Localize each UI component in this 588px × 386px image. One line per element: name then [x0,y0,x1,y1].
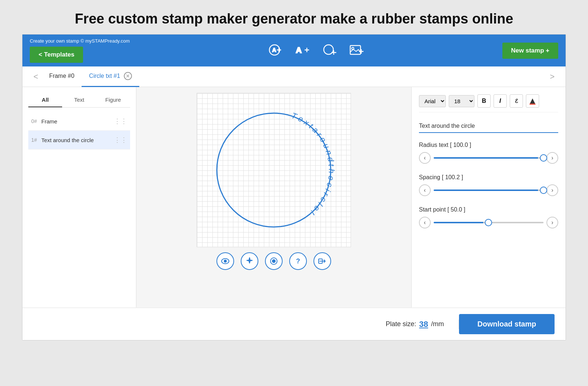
app-container: Create your own stamp © mySTAMPready.com… [22,34,566,340]
add-circle-text-icon[interactable]: A [267,43,283,59]
left-panel: All Text Figure 0# Frame ⋮⋮ 1# Text arou… [22,87,136,307]
tab-frame[interactable]: Frame #0 [42,67,82,86]
radius-slider-row: ‹ › [419,152,558,164]
svg-rect-22 [530,104,535,105]
templates-button[interactable]: < Templates [30,47,83,63]
bold-button[interactable]: B [477,94,491,108]
stamp-svg: T e x t a r o u n d t h e c i r c l e ! [204,100,344,240]
layer-1-name: Text around the circle [42,137,94,143]
radius-slider-group: Radius text [ 100.0 ] ‹ › [419,142,558,164]
add-image-icon[interactable] [349,43,365,59]
startpoint-slider-row: ‹ › [419,217,558,228]
svg-text:T e x t   a r o u n d   t h e : T e x t a r o u n d t h e c i r c l e ! [290,111,336,217]
panel-tab-text[interactable]: Text [62,93,96,107]
bottom-right: Download stamp [459,314,555,334]
page-title: Free custom stamp maker generator make a… [0,0,588,34]
center-panel: T e x t a r o u n d t h e c i r c l e ! [136,87,411,307]
right-panel: Arial 18 B I ℰ Radius text [ [411,87,566,307]
spacing-thumb[interactable] [540,187,547,194]
share-button[interactable] [313,252,331,270]
plate-unit: /mm [431,320,444,328]
radius-thumb[interactable] [540,154,547,162]
startpoint-decrease-button[interactable]: ‹ [419,217,431,228]
svg-point-19 [272,260,275,263]
strikethrough-button[interactable]: ℰ [510,94,523,108]
spacing-increase-button[interactable]: › [546,184,558,196]
spacing-label: Spacing [ 100.2 ] [419,174,558,181]
tab-close-icon[interactable]: ✕ [124,72,132,80]
startpoint-track[interactable] [434,222,544,223]
svg-text:A: A [272,47,276,53]
question-mark: ? [296,257,300,265]
startpoint-slider-group: Start point [ 50.0 ] ‹ › [419,206,558,228]
radius-label: Radius text [ 100.0 ] [419,142,558,148]
startpoint-increase-button[interactable]: › [546,217,558,228]
new-stamp-button[interactable]: New stamp + [502,43,558,59]
tab-nav-right[interactable]: > [546,72,558,82]
layer-frame[interactable]: 0# Frame ⋮⋮ [28,112,130,131]
font-toolbar: Arial 18 B I ℰ [419,94,558,112]
main-content: All Text Figure 0# Frame ⋮⋮ 1# Text arou… [22,87,566,307]
spacing-slider-row: ‹ › [419,184,558,196]
spacing-slider-group: Spacing [ 100.2 ] ‹ › [419,174,558,196]
add-circle-icon[interactable] [322,43,338,59]
download-stamp-button[interactable]: Download stamp [459,314,555,334]
plate-size-value[interactable]: 38 [419,320,428,329]
font-size-select[interactable]: 18 [449,95,474,107]
startpoint-label: Start point [ 50.0 ] [419,206,558,213]
preview-button[interactable] [216,252,234,270]
tab-circle-txt[interactable]: Circle txt #1 ✕ [82,66,139,87]
drag-handle-1[interactable]: ⋮⋮ [114,136,127,144]
panel-tabs: All Text Figure [28,93,130,108]
add-text-icon[interactable]: A [294,43,311,59]
radius-track[interactable] [434,157,544,159]
text-input[interactable] [419,120,558,133]
layer-circle-txt[interactable]: 1# Text around the circle ⋮⋮ [28,131,130,149]
italic-button[interactable]: I [494,94,507,108]
copyright-text: Create your own stamp © mySTAMPready.com [30,38,130,44]
svg-point-17 [224,260,226,262]
toolbar-icons: A A [267,43,365,59]
layer-1-num: 1# [31,137,37,143]
panel-tab-figure[interactable]: Figure [96,93,130,107]
canvas-area[interactable]: T e x t a r o u n d t h e c i r c l e ! [197,93,351,247]
help-button[interactable]: ? [289,252,307,270]
spacing-decrease-button[interactable]: ‹ [419,184,431,196]
tabs-row: < Frame #0 Circle txt #1 ✕ > [22,66,566,87]
drag-handle-0[interactable]: ⋮⋮ [114,117,127,125]
plate-size-area: Plate size: 38 /mm [386,320,459,329]
magic-button[interactable] [241,252,258,270]
tab-nav-left[interactable]: < [30,72,42,82]
svg-point-13 [352,47,354,50]
radius-decrease-button[interactable]: ‹ [419,152,431,164]
spacing-track[interactable] [434,190,544,191]
color-fill-button[interactable] [526,94,539,108]
panel-tab-all[interactable]: All [28,93,62,107]
svg-text:A: A [296,46,302,55]
startpoint-thumb[interactable] [485,219,492,226]
bottom-bar: Plate size: 38 /mm Download stamp [22,307,566,340]
top-bar: Create your own stamp © mySTAMPready.com… [22,35,566,66]
font-select[interactable]: Arial [419,95,446,107]
radius-increase-button[interactable]: › [546,152,558,164]
layer-0-num: 0# [31,118,37,124]
layer-0-name: Frame [42,118,57,125]
plate-label: Plate size: [386,320,416,328]
bucket-button[interactable] [265,252,283,270]
canvas-toolbar: ? [216,252,331,270]
